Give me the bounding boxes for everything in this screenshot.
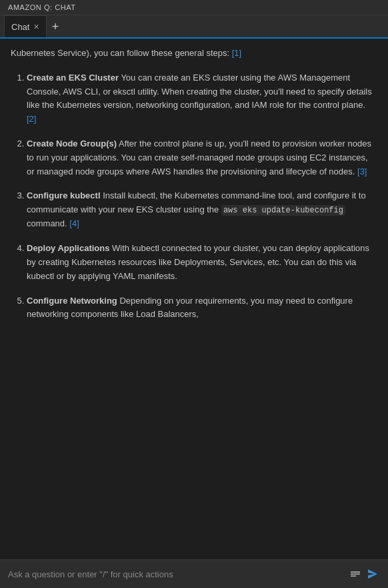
svg-marker-0 — [368, 569, 377, 579]
list-item: Configure kubectl Install kubectl, the K… — [27, 189, 377, 231]
intro-ref-link[interactable]: [1] — [232, 48, 241, 58]
step-1-title: Create an EKS Cluster — [27, 73, 119, 83]
list-item: Create Node Group(s) After the control p… — [27, 137, 377, 178]
input-bar — [0, 559, 388, 588]
tab-bar: Chat × + — [0, 15, 388, 39]
tab-close-button[interactable]: × — [33, 22, 39, 31]
chat-tab[interactable]: Chat × — [4, 15, 47, 37]
step-4-title: Deploy Applications — [27, 243, 109, 253]
list-item: Configure Networking Depending on your r… — [27, 294, 377, 322]
step-3-ref[interactable]: [4] — [69, 218, 79, 228]
tab-label: Chat — [11, 22, 29, 32]
input-actions — [349, 567, 380, 581]
sort-icon — [351, 571, 360, 577]
title-text: AMAZON Q: CHAT — [8, 3, 76, 11]
steps-list: Create an EKS Cluster You can create an … — [11, 71, 377, 322]
send-arrow-icon — [367, 568, 379, 580]
tab-add-button[interactable]: + — [47, 18, 65, 35]
title-bar: AMAZON Q: CHAT — [0, 0, 388, 15]
step-3-code: aws eks update-kubeconfig — [221, 205, 345, 216]
intro-text: Kubernetes Service), you can follow thes… — [11, 47, 377, 61]
sort-toggle-button[interactable] — [349, 570, 361, 578]
chat-input[interactable] — [8, 569, 344, 579]
list-item: Deploy Applications With kubectl connect… — [27, 242, 377, 283]
step-2-ref[interactable]: [3] — [357, 166, 367, 176]
chat-content: Kubernetes Service), you can follow thes… — [0, 39, 388, 559]
step-1-ref[interactable]: [2] — [27, 114, 36, 124]
step-3-title: Configure kubectl — [27, 190, 101, 200]
step-3-body-suffix: command. — [27, 218, 67, 228]
send-button[interactable] — [365, 567, 380, 581]
list-item: Create an EKS Cluster You can create an … — [27, 71, 377, 127]
step-2-title: Create Node Group(s) — [27, 139, 117, 148]
step-5-title: Configure Networking — [27, 296, 117, 306]
